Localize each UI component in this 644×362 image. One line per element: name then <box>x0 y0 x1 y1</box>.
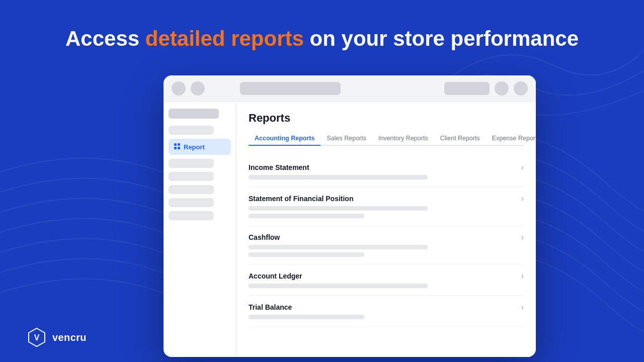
report-list: Income Statement › Statement of Financia… <box>249 156 524 327</box>
sidebar-pill-1 <box>169 126 214 135</box>
chevron-icon: › <box>521 233 524 242</box>
tabs-bar: Accounting Reports Sales Reports Invento… <box>249 132 524 146</box>
report-item-cashflow[interactable]: Cashflow › <box>249 226 524 264</box>
report-item-title: Account Ledger <box>249 272 302 280</box>
sidebar-top-pill <box>169 109 219 119</box>
grid-icon <box>174 143 181 151</box>
vencru-text: vencru <box>52 332 87 343</box>
svg-rect-1 <box>178 143 180 146</box>
page-title: Reports <box>249 112 524 125</box>
app-window: Report Reports Accounting Reports Sales … <box>164 75 536 357</box>
report-item-title: Statement of Financial Position <box>249 195 353 203</box>
skeleton-line <box>249 284 428 288</box>
report-item-trial-balance[interactable]: Trial Balance › <box>249 296 524 327</box>
sidebar-item-label: Report <box>184 143 205 151</box>
hero-headline: Access detailed reports on your store pe… <box>0 26 644 51</box>
chevron-icon: › <box>521 194 524 203</box>
vencru-logo: V vencru <box>26 327 87 348</box>
hero-text-accent: detailed reports <box>145 27 304 50</box>
hero-text-end: on your store performance <box>304 27 579 50</box>
topbar-search-bar[interactable] <box>240 82 341 95</box>
topbar-circle-2 <box>191 81 205 96</box>
hero-section: Access detailed reports on your store pe… <box>0 26 644 51</box>
sidebar-item-report[interactable]: Report <box>169 139 231 155</box>
tab-client-reports[interactable]: Client Reports <box>434 132 486 146</box>
vencru-hex-icon: V <box>26 327 47 348</box>
topbar-circle-1 <box>172 81 186 96</box>
tab-expense-reports[interactable]: Expense Reports <box>486 132 536 146</box>
skeleton-line <box>249 214 364 218</box>
sidebar-pill-6 <box>169 211 214 220</box>
svg-rect-2 <box>174 147 177 149</box>
app-layout: Report Reports Accounting Reports Sales … <box>164 102 536 357</box>
topbar-circle-3 <box>495 81 509 96</box>
skeleton-line <box>249 206 428 211</box>
hero-text-start: Access <box>65 27 145 50</box>
report-item-title: Trial Balance <box>249 303 292 311</box>
tab-accounting-reports[interactable]: Accounting Reports <box>249 132 320 146</box>
report-item-financial-position[interactable]: Statement of Financial Position › <box>249 187 524 226</box>
sidebar-pill-2 <box>169 159 214 168</box>
chevron-icon: › <box>521 163 524 172</box>
svg-text:V: V <box>34 333 40 342</box>
skeleton-line <box>249 175 428 179</box>
skeleton-line <box>249 245 428 249</box>
chevron-icon: › <box>521 272 524 281</box>
topbar-pill <box>444 82 490 95</box>
report-item-income-statement[interactable]: Income Statement › <box>249 156 524 187</box>
skeleton-line <box>249 315 364 319</box>
skeleton-line <box>249 252 364 257</box>
main-content: Reports Accounting Reports Sales Reports… <box>236 102 536 357</box>
report-item-title: Cashflow <box>249 233 280 241</box>
tab-inventory-reports[interactable]: Inventory Reports <box>372 132 434 146</box>
chevron-icon: › <box>521 303 524 312</box>
topbar-circle-4 <box>514 81 528 96</box>
tab-sales-reports[interactable]: Sales Reports <box>320 132 372 146</box>
svg-rect-3 <box>178 147 180 149</box>
sidebar: Report <box>164 102 236 357</box>
svg-rect-0 <box>174 143 177 146</box>
report-item-title: Income Statement <box>249 163 309 171</box>
sidebar-pill-4 <box>169 185 214 194</box>
report-item-account-ledger[interactable]: Account Ledger › <box>249 264 524 296</box>
top-bar <box>164 75 536 102</box>
sidebar-pill-5 <box>169 198 214 207</box>
sidebar-pill-3 <box>169 172 214 181</box>
